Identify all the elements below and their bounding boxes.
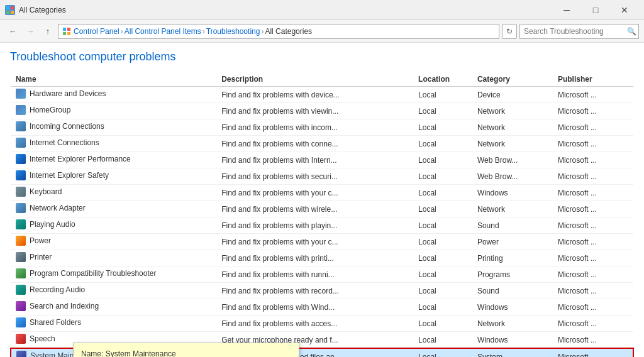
cell-location: Local [413, 136, 472, 152]
cell-location: Local [413, 332, 472, 349]
cell-category: Windows [472, 299, 553, 316]
table-row[interactable]: Playing AudioFind and fix problems with … [11, 217, 633, 234]
title-bar-left: All Categories [5, 5, 66, 15]
table-row[interactable]: Search and IndexingFind and fix problems… [11, 299, 633, 316]
cell-name: Internet Explorer Performance [11, 152, 216, 168]
cell-location: Local [413, 87, 472, 103]
table-row[interactable]: KeyboardFind and fix problems with your … [11, 185, 633, 201]
forward-button[interactable]: → [23, 24, 38, 39]
cell-desc: Find and fix problems with conne... [216, 136, 413, 152]
breadcrumb-troubleshooting[interactable]: Troubleshooting [206, 27, 260, 36]
cell-publisher: Microsoft ... [553, 266, 633, 283]
cell-category: Network [472, 136, 553, 152]
col-header-category[interactable]: Category [472, 72, 553, 87]
cell-name: Internet Connections [11, 136, 216, 152]
cell-category: Programs [472, 266, 553, 283]
table-row[interactable]: Network AdapterFind and fix problems wit… [11, 201, 633, 217]
cell-name: Program Compatibility Troubleshooter [11, 266, 216, 283]
cell-category: Web Brow... [472, 168, 553, 185]
close-button[interactable]: ✕ [610, 0, 639, 20]
up-button[interactable]: ↑ [40, 24, 55, 39]
cell-name: Hardware and Devices [11, 87, 216, 103]
title-bar-controls: ─ □ ✕ [552, 0, 639, 20]
table-row[interactable]: Shared FoldersFind and fix problems with… [11, 316, 633, 332]
col-header-location[interactable]: Location [413, 72, 472, 87]
refresh-button[interactable]: ↻ [502, 24, 517, 39]
back-button[interactable]: ← [5, 24, 20, 39]
svg-rect-7 [67, 32, 70, 35]
table-header-row: Name Description Location Category Publi… [11, 72, 633, 87]
cell-location: Local [413, 201, 472, 217]
table-row[interactable]: HomeGroupFind and fix problems with view… [11, 103, 633, 119]
table-row[interactable]: Recording AudioFind and fix problems wit… [11, 283, 633, 299]
cell-desc: Find and fix problems with Wind... [216, 299, 413, 316]
row-icon [16, 351, 26, 357]
cell-location: Local [413, 119, 472, 136]
maximize-button[interactable]: □ [581, 0, 610, 20]
row-icon [16, 285, 26, 295]
cell-category: Printing [472, 250, 553, 266]
search-button[interactable]: 🔍 [625, 25, 638, 38]
table-row[interactable]: Program Compatibility TroubleshooterFind… [11, 266, 633, 283]
table-row[interactable]: Internet Explorer SafetyFind and fix pro… [11, 168, 633, 185]
cell-name: HomeGroup [11, 103, 216, 119]
cell-name: Shared Folders [11, 316, 216, 332]
cell-category: Network [472, 119, 553, 136]
svg-rect-1 [11, 6, 14, 9]
cell-publisher: Microsoft ... [553, 299, 633, 316]
cell-category: Windows [472, 185, 553, 201]
cell-publisher: Microsoft ... [553, 103, 633, 119]
row-icon [16, 219, 26, 229]
row-icon [16, 138, 26, 148]
cell-category: Network [472, 201, 553, 217]
cell-desc: Find and fix problems with printi... [216, 250, 413, 266]
col-header-name[interactable]: Name [11, 72, 216, 87]
address-path: Control Panel › All Control Panel Items … [58, 24, 499, 39]
cell-publisher: Microsoft ... [553, 168, 633, 185]
svg-rect-2 [6, 11, 9, 14]
cell-location: Local [413, 266, 472, 283]
row-icon [16, 203, 26, 213]
cell-category: Windows [472, 332, 553, 349]
table-row[interactable]: Internet Explorer PerformanceFind and fi… [11, 152, 633, 168]
svg-rect-0 [6, 6, 9, 9]
minimize-button[interactable]: ─ [552, 0, 581, 20]
breadcrumb-control-panel[interactable]: Control Panel [74, 27, 119, 36]
cell-name: Printer [11, 250, 216, 266]
cell-name: Power [11, 234, 216, 250]
cell-category: Power [472, 234, 553, 250]
cell-name: Incoming Connections [11, 119, 216, 136]
cell-desc: Find and fix problems with your c... [216, 185, 413, 201]
cell-desc: Find and fix problems with playin... [216, 217, 413, 234]
row-icon [16, 187, 26, 197]
cell-location: Local [413, 283, 472, 299]
cell-desc: Find and fix problems with your c... [216, 234, 413, 250]
cell-publisher: Microsoft ... [553, 332, 633, 349]
breadcrumb-current: All Categories [265, 27, 312, 36]
tooltip-name: Name: System Maintenance [81, 348, 291, 357]
table-row[interactable]: PowerFind and fix problems with your c..… [11, 234, 633, 250]
row-icon [16, 236, 26, 246]
row-icon [16, 268, 26, 278]
table-row[interactable]: PrinterFind and fix problems with printi… [11, 250, 633, 266]
search-input[interactable] [520, 25, 625, 38]
breadcrumb-all-items[interactable]: All Control Panel Items [125, 27, 201, 36]
table-container[interactable]: Name Description Location Category Publi… [10, 72, 634, 357]
cell-location: Local [413, 217, 472, 234]
row-icon [16, 154, 26, 164]
row-icon [16, 121, 26, 131]
table-row[interactable]: Internet ConnectionsFind and fix problem… [11, 136, 633, 152]
cell-publisher: Microsoft ... [553, 234, 633, 250]
main-content: Troubleshoot computer problems Name Desc… [0, 43, 644, 357]
cell-category: Sound [472, 283, 553, 299]
col-header-publisher[interactable]: Publisher [553, 72, 633, 87]
row-icon [16, 252, 26, 262]
col-header-desc[interactable]: Description [216, 72, 413, 87]
row-icon [16, 105, 26, 115]
cell-location: Local [413, 103, 472, 119]
cell-name: Playing Audio [11, 217, 216, 234]
cell-location: Local [413, 299, 472, 316]
cell-name: Keyboard [11, 185, 216, 201]
table-row[interactable]: Incoming ConnectionsFind and fix problem… [11, 119, 633, 136]
table-row[interactable]: Hardware and DevicesFind and fix problem… [11, 87, 633, 103]
